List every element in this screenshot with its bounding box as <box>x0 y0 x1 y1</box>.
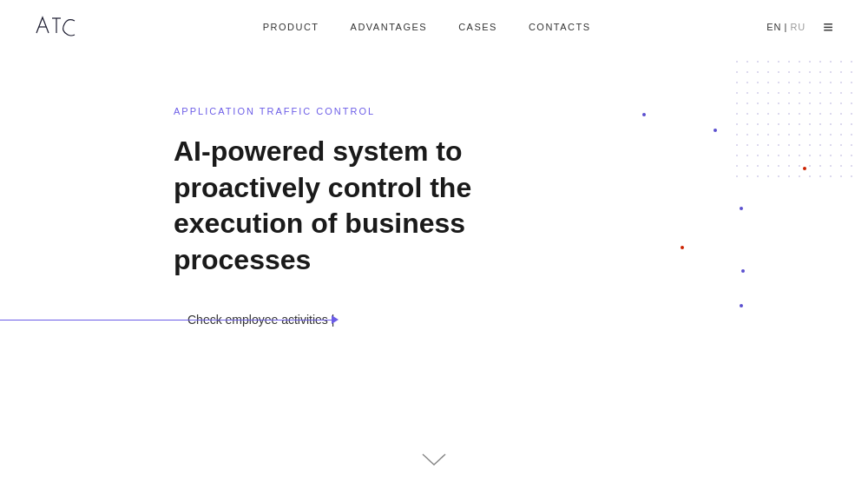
scroll-down[interactable] <box>421 451 447 472</box>
hamburger-icon: ≡ <box>823 18 833 36</box>
header: PRODUCT ADVANTAGES CASES CONTACTS EN|RU … <box>0 0 868 54</box>
hero-section: APPLICATION TRAFFIC CONTROL AI-powered s… <box>0 54 868 489</box>
nav-product[interactable]: PRODUCT <box>263 22 319 32</box>
arrow-line-bar <box>0 320 332 320</box>
hamburger-menu[interactable]: ≡ <box>823 18 833 36</box>
language-switcher[interactable]: EN|RU <box>766 22 806 32</box>
nav-contacts[interactable]: CONTACTS <box>529 22 591 32</box>
chevron-down-icon <box>421 451 447 468</box>
lang-ru[interactable]: RU <box>790 22 806 32</box>
main-nav: PRODUCT ADVANTAGES CASES CONTACTS <box>263 22 591 32</box>
nav-cases[interactable]: CASES <box>458 22 497 32</box>
arrow-head <box>332 315 339 324</box>
logo[interactable] <box>35 12 87 42</box>
lang-separator: | <box>785 22 788 32</box>
lang-en[interactable]: EN <box>766 22 781 32</box>
cta-row: Check employee activities | <box>174 313 868 327</box>
nav-advantages[interactable]: ADVANTAGES <box>351 22 428 32</box>
hero-headline: AI-powered system to proactively control… <box>174 134 521 278</box>
hero-subtitle: APPLICATION TRAFFIC CONTROL <box>174 106 868 116</box>
header-right: EN|RU ≡ <box>766 18 833 36</box>
arrow-line <box>0 315 339 324</box>
